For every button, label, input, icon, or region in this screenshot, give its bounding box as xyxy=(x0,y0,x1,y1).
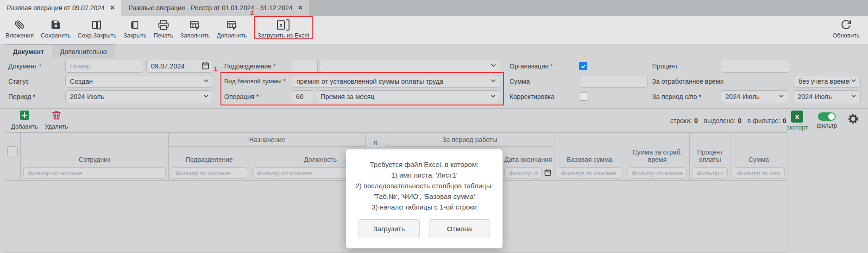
worked-time-select[interactable]: без учета времени xyxy=(794,75,861,88)
save-close-label: Сохр.Закрыть xyxy=(78,32,117,39)
organization-label: Организация * xyxy=(509,60,553,73)
operation-code-value: 60 xyxy=(296,93,303,100)
print-button[interactable]: Печать xyxy=(153,19,173,39)
dialog-text-line: 'Таб.№', 'ФИО', 'Базовая сумма' xyxy=(374,191,475,202)
add-row-label: Добавить xyxy=(11,123,38,130)
select-all-checkbox[interactable] xyxy=(7,146,18,156)
save-label: Сохранить xyxy=(41,32,71,39)
fill-button[interactable]: Заполнить xyxy=(180,19,210,39)
column-header-department[interactable]: Подразделение xyxy=(169,147,250,166)
gear-icon xyxy=(847,119,860,127)
column-date-end: Дата окончания xyxy=(502,147,554,180)
column-worked-sum: Сумма за отраб. время xyxy=(625,133,690,180)
dialog-text-line: 2) последовательность столбцов таблицы: xyxy=(355,180,493,191)
close-icon[interactable]: × xyxy=(298,4,302,12)
base-sum-kind-select[interactable]: премия от установленной суммы оплаты тру… xyxy=(292,75,500,88)
grid-settings-button[interactable] xyxy=(847,112,860,127)
tab-document[interactable]: Документ xyxy=(5,44,52,58)
date-end-filter-input[interactable] xyxy=(504,167,542,179)
chevron-down-icon xyxy=(490,77,497,86)
department-filter-input[interactable] xyxy=(171,167,247,179)
window-tab-bar: Разовая операция от 09.07.2024 × Разовые… xyxy=(0,0,868,16)
sum-input[interactable] xyxy=(579,75,648,88)
period-to-value: 2024-Июль xyxy=(798,93,832,100)
period-to-select[interactable]: 2024-Июль xyxy=(793,90,861,103)
dialog-text-line: 1) имя листа: 'Лист1' xyxy=(391,170,457,180)
append-button[interactable]: Дополнить xyxy=(217,19,247,39)
column-group-assignment: Назначение Подразделение Должность xyxy=(169,133,366,180)
attachments-button[interactable]: Вложения xyxy=(6,19,34,39)
tab-operations-registry[interactable]: Разовые операции - Реестр от 01.01.2024 … xyxy=(121,0,310,16)
close-icon[interactable]: × xyxy=(110,4,114,12)
column-pay-percent: Процент оплаты xyxy=(690,133,730,180)
app-window: Разовая операция от 09.07.2024 × Разовые… xyxy=(0,0,868,253)
status-select[interactable]: Создан xyxy=(65,75,213,88)
tab-label: Разовая операция от 09.07.2024 xyxy=(7,4,105,12)
department-code-field[interactable] xyxy=(292,60,318,73)
operation-select[interactable]: Премия за месяц xyxy=(316,90,500,103)
paperclip-icon xyxy=(14,19,25,31)
document-label: Документ * xyxy=(8,60,41,73)
pay-percent-filter-input[interactable] xyxy=(692,167,728,179)
calendar-icon[interactable] xyxy=(201,61,210,71)
close-label: Закрыть xyxy=(123,32,146,39)
percent-input[interactable] xyxy=(721,60,790,73)
base-sum-filter-input[interactable] xyxy=(557,167,623,179)
annotation-number-2: 2 xyxy=(251,9,254,16)
column-header-base-sum[interactable]: Базовая сумма xyxy=(554,133,625,166)
document-date-field[interactable]: 09.07.2024 xyxy=(146,60,213,73)
worked-time-value: без учета времени xyxy=(799,78,857,85)
delete-row-button[interactable]: Удалить xyxy=(45,110,68,130)
add-row-button[interactable]: Добавить xyxy=(11,110,38,130)
status-label: Статус xyxy=(8,75,29,88)
worked-sum-filter-input[interactable] xyxy=(628,167,687,179)
department-label: Подразделение * xyxy=(224,60,276,73)
calendar-icon[interactable] xyxy=(544,168,552,178)
excel-requirements-dialog: Требуется файл Excel, в котором: 1) имя … xyxy=(346,149,503,248)
dialog-load-button[interactable]: Загрузить xyxy=(359,219,420,238)
operation-code-field[interactable]: 60 xyxy=(292,90,314,103)
rows-count-value: 0 xyxy=(694,117,698,124)
column-header-worked-sum[interactable]: Сумма за отраб. время xyxy=(625,133,690,166)
filter-toggle[interactable]: фильтр xyxy=(817,112,837,129)
dialog-cancel-button[interactable]: Отмена xyxy=(429,219,490,238)
period-from-value: 2024-Июль xyxy=(725,93,760,100)
column-header-employee[interactable]: Сотрудник xyxy=(21,133,168,166)
attachments-label: Вложения xyxy=(6,32,34,39)
export-button[interactable]: X экспорт xyxy=(786,111,808,131)
delete-row-label: Удалить xyxy=(45,123,68,130)
employee-filter-input[interactable] xyxy=(23,167,166,179)
door-icon xyxy=(130,19,140,31)
organization-checkbox[interactable] xyxy=(579,62,587,70)
percent-label: Процент xyxy=(652,60,678,73)
period-select[interactable]: 2024-Июль xyxy=(65,90,213,103)
correction-checkbox[interactable] xyxy=(579,93,587,101)
operation-label: Операция * xyxy=(224,90,259,103)
chevron-down-icon xyxy=(490,62,497,71)
status-value: Создан xyxy=(70,78,93,85)
column-header-date-end[interactable]: Дата окончания xyxy=(502,147,554,166)
export-label: экспорт xyxy=(786,124,808,131)
close-button[interactable]: Закрыть xyxy=(123,19,146,39)
column-header-pay-percent[interactable]: Процент оплаты xyxy=(690,133,730,166)
toolbar: Вложения Сохранить Сохр.Закрыть Закрыть … xyxy=(0,16,868,44)
dialog-text-line: 3) начало таблицы с 1-ой строки xyxy=(372,202,477,212)
tab-additional[interactable]: Дополнительно xyxy=(52,44,115,58)
tab-single-operation[interactable]: Разовая операция от 09.07.2024 × xyxy=(0,0,121,16)
refresh-button[interactable]: Обновить xyxy=(832,19,860,39)
period-from-select[interactable]: 2024-Июль xyxy=(721,90,788,103)
save-close-icon xyxy=(91,19,102,31)
load-from-excel-label: Загрузить из Excel xyxy=(258,32,309,39)
sum-filter-input[interactable] xyxy=(733,167,785,179)
department-select[interactable] xyxy=(320,60,500,73)
column-header-sum[interactable]: Сумма xyxy=(730,133,787,166)
load-from-excel-button[interactable]: 2 x Загрузить из Excel xyxy=(258,19,309,39)
print-label: Печать xyxy=(153,32,173,39)
filtered-count-label: в фильтре: xyxy=(748,117,780,124)
tab-label: Разовые операции - Реестр от 01.01.2024 … xyxy=(128,4,292,12)
save-button[interactable]: Сохранить xyxy=(41,19,71,39)
toggle-on-icon[interactable] xyxy=(818,112,836,121)
document-number-input[interactable] xyxy=(65,60,143,73)
save-close-button[interactable]: Сохр.Закрыть xyxy=(78,19,117,39)
filtered-count-value: 0 xyxy=(783,117,786,124)
